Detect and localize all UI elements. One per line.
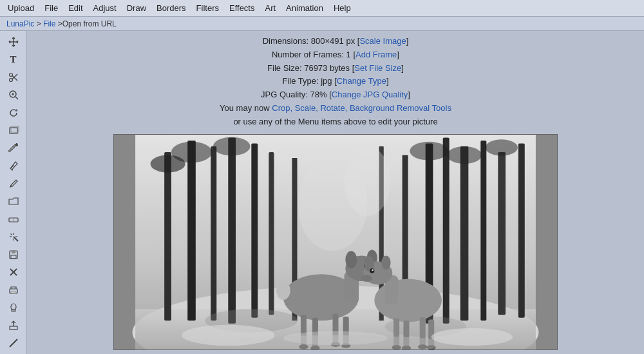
- svg-point-10: [15, 144, 18, 146]
- content-area: Dimensions: 800×491 px [Scale Image] Num…: [27, 31, 644, 354]
- set-file-size-link[interactable]: Set File Size: [354, 63, 401, 73]
- frames-text: Number of Frames: 1: [272, 50, 351, 59]
- menubar: Upload File Edit Adjust Draw Borders Fil…: [0, 0, 644, 17]
- breadcrumb-site[interactable]: LunaPic: [6, 19, 34, 28]
- tool-save[interactable]: [4, 246, 23, 263]
- menu-help[interactable]: Help: [328, 1, 356, 15]
- menu-hint-text: or use any of the Menu items above to ed…: [233, 117, 437, 126]
- dimensions-text: Dimensions: 800×491 px: [263, 36, 355, 46]
- change-type-link[interactable]: Change Type: [337, 76, 386, 86]
- change-jpg-link[interactable]: Change JPG Quality: [332, 90, 408, 99]
- breadcrumb: LunaPic > File > Open from URL: [0, 17, 644, 31]
- deer-scene-image: [114, 135, 557, 349]
- may-now-text: You may now: [220, 103, 270, 113]
- menu-art[interactable]: Art: [260, 1, 281, 15]
- main-layout: T: [0, 31, 644, 354]
- tool-move[interactable]: [4, 34, 23, 50]
- tool-layers[interactable]: [4, 123, 23, 139]
- jpgquality-text: JPG Quality: 78%: [261, 90, 327, 99]
- tool-close[interactable]: [4, 264, 23, 281]
- info-panel: Dimensions: 800×491 px [Scale Image] Num…: [220, 35, 451, 129]
- tool-folder[interactable]: [4, 193, 23, 210]
- svg-point-1: [9, 78, 12, 81]
- tool-share[interactable]: [4, 317, 23, 334]
- svg-point-0: [9, 73, 12, 76]
- svg-rect-29: [10, 326, 17, 329]
- menu-draw[interactable]: Draw: [122, 1, 151, 15]
- tool-wand[interactable]: [4, 229, 23, 246]
- tool-eraser[interactable]: [4, 211, 23, 228]
- menu-adjust[interactable]: Adjust: [88, 1, 122, 15]
- tool-scissors[interactable]: [4, 69, 23, 86]
- svg-line-5: [15, 97, 18, 99]
- filesize-text: File Size: 76973 bytes: [267, 63, 350, 73]
- menu-borders[interactable]: Borders: [151, 1, 191, 15]
- menu-animation[interactable]: Animation: [281, 1, 328, 15]
- breadcrumb-sep2: >: [55, 19, 62, 28]
- menu-effects[interactable]: Effects: [224, 1, 260, 15]
- tools-link[interactable]: Crop, Scale, Rotate, Background Removal …: [272, 103, 451, 113]
- tools-line: You may now Crop, Scale, Rotate, Backgro…: [220, 102, 451, 115]
- svg-line-14: [14, 237, 18, 241]
- filetype-line: File Type: jpg [Change Type]: [220, 75, 451, 88]
- tool-line[interactable]: [4, 335, 23, 352]
- tool-print[interactable]: [4, 282, 23, 299]
- jpgquality-line: JPG Quality: 78% [Change JPG Quality]: [220, 88, 451, 102]
- frames-line: Number of Frames: 1 [Add Frame]: [220, 48, 451, 62]
- svg-rect-26: [11, 291, 16, 293]
- breadcrumb-sep1: >: [34, 19, 43, 28]
- menu-hint-line: or use any of the Menu items above to ed…: [220, 115, 451, 129]
- tool-eyedropper[interactable]: [4, 158, 23, 175]
- menu-edit[interactable]: Edit: [63, 1, 88, 15]
- menu-upload[interactable]: Upload: [3, 1, 39, 15]
- breadcrumb-section[interactable]: File: [43, 19, 55, 28]
- svg-line-31: [10, 339, 17, 347]
- image-display: [113, 134, 558, 350]
- menu-filters[interactable]: Filters: [191, 1, 224, 15]
- add-frame-link[interactable]: Add Frame: [355, 50, 397, 59]
- dimensions-line: Dimensions: 800×491 px [Scale Image]: [220, 35, 451, 48]
- tool-pencil[interactable]: [4, 175, 23, 192]
- filesize-line: File Size: 76973 bytes [Set File Size]: [220, 62, 451, 75]
- toolbar-sidebar: T: [0, 31, 27, 354]
- tool-zoom[interactable]: [4, 87, 23, 104]
- tool-stamp[interactable]: [4, 300, 23, 317]
- menu-file[interactable]: File: [39, 1, 63, 15]
- filetype-text: File Type: jpg: [282, 76, 332, 86]
- svg-line-19: [10, 234, 12, 235]
- svg-rect-21: [12, 251, 15, 253]
- breadcrumb-page: Open from URL: [62, 19, 117, 28]
- svg-rect-99: [135, 135, 536, 349]
- tool-rotate[interactable]: [4, 104, 23, 121]
- tool-paintbrush[interactable]: [4, 140, 23, 157]
- svg-rect-22: [11, 255, 16, 259]
- tool-text[interactable]: T: [4, 52, 23, 68]
- scale-image-link[interactable]: Scale Image: [359, 36, 406, 46]
